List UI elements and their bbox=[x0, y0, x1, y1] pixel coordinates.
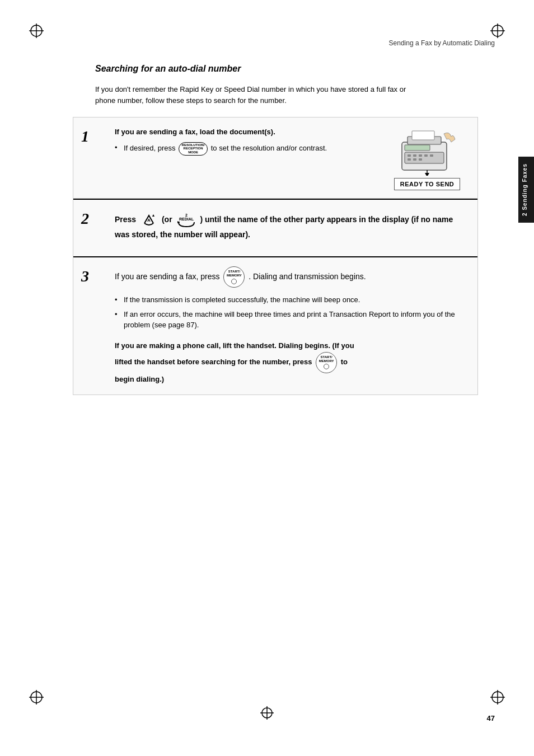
redial-button[interactable]: 2 REDIAL bbox=[176, 211, 196, 229]
step-2-row: 2 Press A ▲ (or bbox=[73, 200, 477, 257]
step-1-number: 1 bbox=[73, 118, 107, 198]
redial-icon: 2 REDIAL bbox=[176, 211, 196, 229]
step-3-phone-call-text-2: lifted the handset before searching for … bbox=[115, 352, 470, 373]
step-3-phone-call-text-3: begin dialing.) bbox=[115, 373, 470, 386]
step-3-content: If you are sending a fax, press START/ME… bbox=[107, 257, 477, 395]
svg-rect-17 bbox=[413, 154, 416, 157]
page-header: Sending a Fax by Automatic Dialing bbox=[39, 34, 495, 47]
svg-rect-22 bbox=[413, 158, 416, 161]
svg-marker-26 bbox=[425, 173, 429, 176]
svg-text:A: A bbox=[147, 218, 151, 223]
step-1-bullets: If desired, press RESOLUTION/ RECEPTION … bbox=[115, 142, 369, 156]
reg-mark-bottom-right bbox=[489, 689, 506, 706]
step-2-content: Press A ▲ (or 2 bbox=[107, 200, 477, 256]
step-3-row: 3 If you are sending a fax, press START/… bbox=[73, 257, 477, 395]
svg-rect-16 bbox=[407, 154, 411, 157]
svg-text:2: 2 bbox=[185, 213, 188, 217]
svg-text:▲: ▲ bbox=[152, 213, 156, 217]
step-1-image-area: READY TO SEND bbox=[377, 118, 477, 198]
step-3-phone-call-text: If you are making a phone call, lift the… bbox=[115, 340, 470, 352]
intro-text: If you don't remember the Rapid Key or S… bbox=[95, 84, 409, 106]
svg-rect-19 bbox=[424, 154, 428, 157]
step-1-heading: If you are sending a fax, load the docum… bbox=[115, 126, 369, 138]
svg-rect-14 bbox=[412, 131, 434, 140]
side-tab: 2 Sending Faxes bbox=[518, 157, 534, 223]
resolution-reception-mode-button[interactable]: RESOLUTION/ RECEPTION MODE bbox=[179, 142, 208, 156]
svg-rect-21 bbox=[407, 158, 411, 161]
step-3-main-instruction: If you are sending a fax, press START/ME… bbox=[115, 266, 470, 288]
up-arrow-icon: A ▲ bbox=[140, 211, 158, 229]
page-number: 47 bbox=[487, 714, 495, 722]
reg-mark-top-left bbox=[28, 22, 45, 39]
step-3-number: 3 bbox=[73, 257, 107, 395]
svg-rect-23 bbox=[419, 158, 422, 161]
reg-mark-bottom-left bbox=[28, 689, 45, 706]
page: 2 Sending Faxes Sending a Fax by Automat… bbox=[0, 0, 534, 756]
step-2-number: 2 bbox=[73, 200, 107, 256]
step-3-bullet-2: If an error occurs, the machine will bee… bbox=[115, 309, 470, 331]
step-2-instruction: Press A ▲ (or 2 bbox=[115, 211, 470, 241]
fax-machine-illustration bbox=[391, 125, 463, 176]
start-memory-button-inline-2[interactable]: START/MEMORY bbox=[316, 352, 337, 373]
step-3-bullets: If the transmission is completed success… bbox=[115, 294, 470, 331]
svg-rect-15 bbox=[405, 152, 444, 163]
steps-container: 1 If you are sending a fax, load the doc… bbox=[73, 117, 478, 395]
ready-to-send-display: READY TO SEND bbox=[394, 178, 461, 190]
reg-mark-top-right bbox=[489, 22, 506, 39]
reg-mark-bottom-center bbox=[259, 705, 275, 722]
svg-rect-20 bbox=[430, 154, 433, 157]
step-1-content: If you are sending a fax, load the docum… bbox=[107, 118, 377, 198]
section-title: Searching for an auto-dial number bbox=[95, 64, 495, 74]
svg-text:REDIAL: REDIAL bbox=[179, 217, 194, 221]
svg-rect-18 bbox=[419, 154, 422, 157]
svg-rect-24 bbox=[405, 145, 430, 151]
step-3-bullet-1: If the transmission is completed success… bbox=[115, 294, 470, 306]
step-1-row: 1 If you are sending a fax, load the doc… bbox=[73, 118, 477, 199]
search-up-arrow-button[interactable]: A ▲ bbox=[140, 211, 158, 229]
start-memory-button-inline[interactable]: START/MEMORY bbox=[223, 266, 245, 288]
step-1-bullet-1: If desired, press RESOLUTION/ RECEPTION … bbox=[115, 142, 369, 156]
